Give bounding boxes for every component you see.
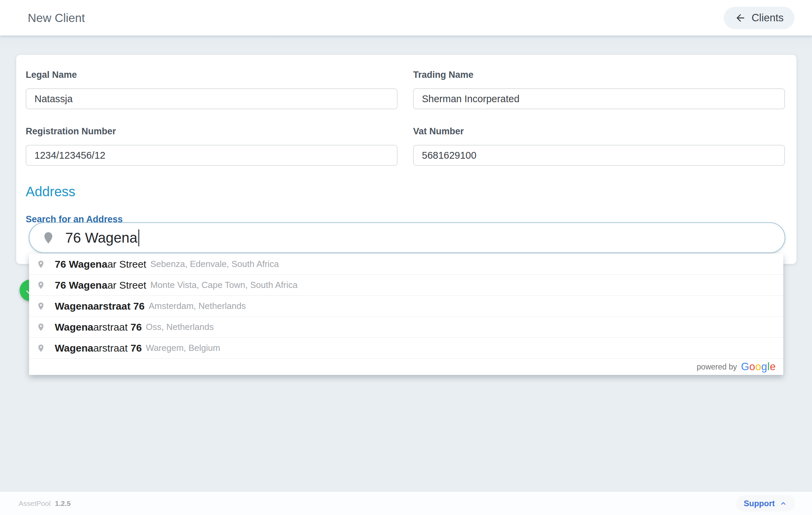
address-suggestion[interactable]: Wagenaarstraat 76 Amsterdam, Netherlands bbox=[29, 296, 783, 317]
map-pin-icon bbox=[37, 343, 45, 354]
support-button[interactable]: Support bbox=[736, 495, 795, 512]
form-field: Legal Name bbox=[26, 70, 398, 109]
map-pin-icon bbox=[37, 259, 45, 270]
suggestion-secondary-text: Amsterdam, Netherlands bbox=[149, 301, 246, 311]
map-pin-icon bbox=[37, 301, 45, 312]
address-section-heading: Address bbox=[26, 184, 785, 199]
address-suggestions-dropdown: 76 Wagenaar Street Sebenza, Edenvale, So… bbox=[29, 254, 783, 375]
suggestion-main-text: 76 Wagenaar Street bbox=[55, 279, 146, 291]
legal-name-input[interactable] bbox=[26, 88, 398, 109]
app-name-label: AssetPool bbox=[19, 499, 51, 508]
registration-number-input[interactable] bbox=[26, 145, 398, 166]
page-title: New Client bbox=[28, 11, 85, 25]
suggestion-secondary-text: Sebenza, Edenvale, South Africa bbox=[150, 259, 279, 269]
powered-by-label: powered by bbox=[697, 362, 737, 372]
google-attribution: powered by Google bbox=[29, 359, 783, 375]
form-field: Trading Name bbox=[413, 70, 785, 109]
app-version-number: 1.2.5 bbox=[55, 499, 71, 508]
suggestion-main-text: Wagenaarstraat 76 bbox=[55, 321, 142, 333]
new-client-page: New Client Clients Legal Name Trading Na… bbox=[0, 0, 812, 515]
support-label: Support bbox=[744, 499, 775, 508]
field-label: Registration Number bbox=[26, 126, 398, 137]
vat-number-input[interactable] bbox=[413, 145, 785, 166]
suggestion-main-text: Wagenaarstraat 76 bbox=[55, 300, 145, 312]
chevron-up-icon bbox=[779, 499, 788, 508]
address-suggestion[interactable]: Wagenaarstraat 76 Waregem, Belgium bbox=[29, 338, 783, 359]
text-caret bbox=[138, 229, 139, 246]
suggestions-list: 76 Wagenaar Street Sebenza, Edenvale, So… bbox=[29, 254, 783, 359]
field-label: Vat Number bbox=[413, 126, 785, 137]
form-grid: Legal Name Trading Name Registration Num… bbox=[26, 70, 785, 183]
app-version: AssetPool 1.2.5 bbox=[19, 499, 71, 508]
form-field: Registration Number bbox=[26, 126, 398, 166]
google-logo: Google bbox=[741, 361, 776, 373]
suggestion-secondary-text: Oss, Netherlands bbox=[146, 322, 214, 332]
suggestion-secondary-text: Waregem, Belgium bbox=[146, 343, 220, 353]
map-pin-icon bbox=[37, 280, 45, 291]
address-search-input[interactable]: 76 Wagena bbox=[29, 222, 785, 253]
suggestion-main-text: Wagenaarstraat 76 bbox=[55, 342, 142, 354]
address-suggestion[interactable]: 76 Wagenaar Street Monte Vista, Cape Tow… bbox=[29, 275, 783, 296]
address-suggestion[interactable]: 76 Wagenaar Street Sebenza, Edenvale, So… bbox=[29, 254, 783, 275]
suggestion-main-text: 76 Wagenaar Street bbox=[55, 259, 146, 270]
form-field: Vat Number bbox=[413, 126, 785, 166]
back-to-clients-button[interactable]: Clients bbox=[724, 7, 794, 29]
map-pin-icon bbox=[42, 231, 55, 245]
map-pin-icon bbox=[37, 322, 45, 333]
field-label: Legal Name bbox=[26, 70, 398, 80]
address-search-query: 76 Wagena bbox=[65, 230, 137, 246]
footer-bar: AssetPool 1.2.5 Support bbox=[0, 491, 812, 515]
suggestion-secondary-text: Monte Vista, Cape Town, South Africa bbox=[150, 280, 298, 290]
back-button-label: Clients bbox=[751, 12, 784, 24]
trading-name-input[interactable] bbox=[413, 88, 785, 109]
address-suggestion[interactable]: Wagenaarstraat 76 Oss, Netherlands bbox=[29, 317, 783, 338]
top-bar: New Client Clients bbox=[0, 0, 812, 36]
arrow-left-icon bbox=[735, 12, 746, 24]
field-label: Trading Name bbox=[413, 70, 785, 80]
